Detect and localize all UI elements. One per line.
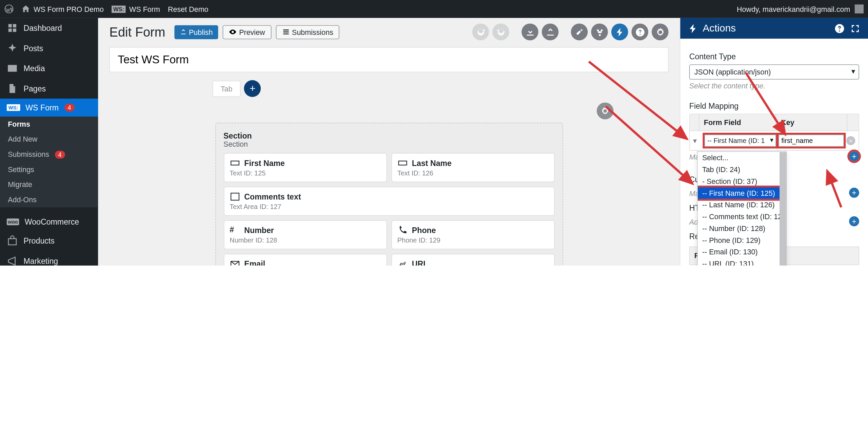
submissions-button[interactable]: Submissions (276, 25, 339, 39)
content-type-help: Select the content type. (689, 82, 859, 90)
add-mapping-button[interactable]: + (849, 151, 859, 161)
svg-rect-11 (231, 193, 239, 200)
sidebar-sub-settings[interactable]: Settings (0, 162, 98, 177)
content-type-label: Content Type (689, 52, 859, 61)
field-number[interactable]: #NumberNumber ID: 128 (223, 220, 387, 249)
section[interactable]: Section Section First NameText ID: 125La… (215, 123, 563, 266)
sidebar-item-pages[interactable]: Pages (0, 79, 98, 99)
sidebar-item-marketing[interactable]: Marketing (0, 251, 98, 266)
preview-button[interactable]: Preview (223, 25, 271, 39)
dropdown-option[interactable]: - Section (ID: 37) (698, 175, 786, 187)
publish-button[interactable]: Publish (174, 25, 218, 39)
svg-rect-7 (8, 239, 16, 245)
howdy-text[interactable]: Howdy, maverickandrii@gmail.com (737, 5, 850, 13)
field-dropdown[interactable]: Select...Tab (ID: 24)- Section (ID: 37)-… (697, 151, 787, 266)
sidebar-item-ws-form[interactable]: WS:WS Form4 (0, 99, 98, 117)
dropdown-option[interactable]: -- Last Name (ID: 126) (698, 199, 786, 211)
tab-settings-button[interactable] (596, 103, 613, 120)
remove-row-button[interactable]: × (846, 136, 855, 145)
col-form-field: Form Field (699, 114, 776, 130)
form-settings-button[interactable] (652, 23, 669, 40)
bolt-icon (688, 23, 698, 34)
section-title: Section (223, 131, 554, 140)
field-email[interactable]: EmailEmail ID: 130 (223, 254, 387, 266)
panel-help-icon[interactable] (834, 23, 845, 34)
add-header-button[interactable]: + (849, 216, 859, 226)
sidebar-item-dashboard[interactable]: Dashboard (0, 18, 98, 38)
sidebar-sub-add-new[interactable]: Add New (0, 132, 98, 147)
admin-sidebar: DashboardPostsMediaPagesWS:WS Form4Forms… (0, 18, 98, 266)
content-type-select[interactable]: JSON (application/json) (689, 64, 859, 80)
help-button[interactable] (631, 23, 648, 40)
sidebar-sub-forms[interactable]: Forms (0, 117, 98, 132)
add-tab-button[interactable]: + (244, 80, 261, 97)
col-key: Key (776, 114, 847, 130)
sidebar-item-woocommerce[interactable]: wooWooCommerce (0, 213, 98, 231)
key-input[interactable] (778, 134, 844, 147)
page-title: Edit Form (110, 24, 165, 40)
svg-rect-9 (231, 161, 239, 165)
sidebar-item-posts[interactable]: Posts (0, 38, 98, 58)
field-phone[interactable]: PhonePhone ID: 129 (391, 220, 554, 249)
avatar[interactable] (855, 4, 864, 13)
import-button[interactable] (521, 23, 538, 40)
field-comments-text[interactable]: Comments textText Area ID: 127 (223, 187, 554, 216)
svg-rect-10 (398, 161, 407, 165)
sidebar-item-products[interactable]: Products (0, 231, 98, 251)
sidebar-sub-add-ons[interactable]: Add-Ons (0, 192, 98, 207)
redo-button[interactable] (492, 23, 509, 40)
panel-title: Actions (703, 22, 736, 34)
wp-logo[interactable] (4, 4, 13, 13)
editor-main: Edit Form Publish Preview Submissions (98, 18, 679, 266)
admin-bar: WS Form PRO Demo WS:WS Form Reset Demo H… (0, 0, 868, 18)
reset-demo-link[interactable]: Reset Demo (168, 5, 209, 13)
form-name-input[interactable] (110, 47, 669, 72)
dropdown-option[interactable]: -- Number (ID: 128) (698, 223, 786, 234)
sidebar-sub-submissions[interactable]: Submissions4 (0, 147, 98, 162)
actions-button[interactable] (611, 23, 628, 40)
dropdown-option[interactable]: Tab (ID: 24) (698, 164, 786, 175)
conditional-button[interactable] (591, 23, 608, 40)
dropdown-option[interactable]: Select... (698, 152, 786, 164)
section-type: Section (223, 140, 554, 149)
tab-item[interactable]: Tab (212, 80, 241, 97)
field-url[interactable]: URLURL ID: 131 (391, 254, 554, 266)
settings-button[interactable] (571, 23, 588, 40)
add-response-button[interactable]: + (849, 265, 859, 266)
field-mapping-label: Field Mapping (689, 101, 859, 110)
site-name-link[interactable]: WS Form PRO Demo (21, 4, 104, 13)
panel-expand-icon[interactable] (850, 23, 860, 34)
sidebar-sub-migrate[interactable]: Migrate (0, 177, 98, 192)
field-first-name[interactable]: First NameText ID: 125 (223, 153, 387, 182)
undo-button[interactable] (472, 23, 489, 40)
wsform-link[interactable]: WS:WS Form (112, 5, 160, 13)
dropdown-option[interactable]: -- First Name (ID: 125) (698, 187, 786, 199)
dropdown-option[interactable]: -- URL (ID: 131) (698, 258, 786, 266)
form-field-select[interactable]: -- First Name (ID: 1 (704, 134, 776, 147)
field-last-name[interactable]: Last NameText ID: 126 (391, 153, 554, 182)
dropdown-option[interactable]: -- Phone (ID: 129) (698, 234, 786, 246)
dropdown-option[interactable]: -- Email (ID: 130) (698, 246, 786, 258)
add-custom-button[interactable]: + (849, 187, 859, 197)
dropdown-option[interactable]: -- Comments text (ID: 127) (698, 211, 786, 223)
drag-handle-icon[interactable]: ▾ (693, 137, 702, 145)
export-button[interactable] (542, 23, 559, 40)
sidebar-item-media[interactable]: Media (0, 58, 98, 79)
